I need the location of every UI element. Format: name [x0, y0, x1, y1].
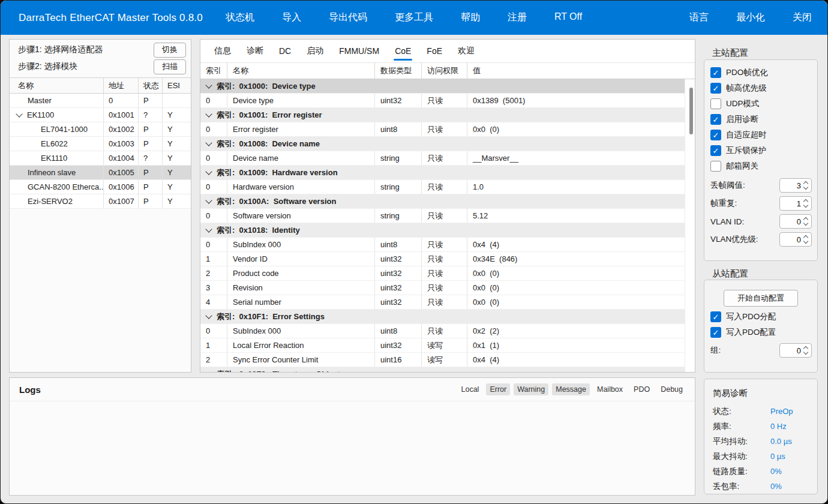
tab-CoE[interactable]: CoE: [387, 40, 419, 62]
tree-row[interactable]: Master0P: [10, 94, 191, 108]
log-filter-Error[interactable]: Error: [486, 383, 510, 395]
coe-row[interactable]: 4Serial numberuint32只读0x0 (0): [200, 295, 685, 310]
spinner-arrows-icon[interactable]: [804, 182, 809, 189]
log-filter-PDO[interactable]: PDO: [630, 383, 653, 395]
tab-欢迎[interactable]: 欢迎: [450, 40, 482, 62]
coe-row[interactable]: 0Hardware versionstring只读1.0: [200, 180, 685, 194]
coe-row[interactable]: 0Device typeuint32只读0x1389 (5001): [200, 94, 685, 108]
chevron-down-icon[interactable]: [205, 312, 212, 319]
master-spin-0-spinner[interactable]: 3: [779, 178, 812, 193]
spinner-down-icon[interactable]: [803, 203, 808, 208]
menu-item-注册[interactable]: 注册: [508, 11, 527, 24]
chevron-down-icon[interactable]: [205, 168, 212, 175]
coe-group-row[interactable]: 索引: 0x1000: Device type: [200, 79, 685, 94]
spinner-down-icon[interactable]: [803, 239, 808, 244]
checkbox-master-帧高优先级[interactable]: ✓帧高优先级: [704, 80, 817, 96]
checkbox-checked-icon[interactable]: ✓: [710, 114, 721, 125]
coe-group-row[interactable]: 索引: 0x10F1: Error Settings: [200, 310, 685, 324]
group-spinner[interactable]: 0: [779, 343, 812, 358]
checkbox-master-互斥锁保护[interactable]: ✓互斥锁保护: [704, 143, 817, 158]
tree-row[interactable]: GCAN-8200 Etherca...0x1006PY: [10, 180, 191, 194]
coe-group-row[interactable]: 索引: 0x1009: Hardware version: [200, 166, 685, 180]
tab-信息[interactable]: 信息: [206, 40, 239, 62]
spinner-arrows-icon[interactable]: [804, 218, 809, 225]
chevron-down-icon[interactable]: [205, 82, 212, 88]
spinner-down-icon[interactable]: [803, 185, 808, 190]
coe-group-row[interactable]: 索引: 0x1008: Device name: [200, 137, 685, 151]
log-filter-Mailbox[interactable]: Mailbox: [593, 383, 626, 395]
checkbox-checked-icon[interactable]: ✓: [710, 130, 721, 140]
tab-启动[interactable]: 启动: [299, 40, 331, 62]
coe-row[interactable]: 2Sync Error Counter Limituint16读写0x4 (4): [200, 353, 685, 367]
tab-诊断[interactable]: 诊断: [239, 40, 271, 62]
coe-row[interactable]: 3Revisionuint32只读0x0 (0): [200, 281, 685, 295]
coe-group-row[interactable]: 索引: 0x1018: Identity: [200, 223, 685, 238]
checkbox-master-邮箱网关[interactable]: 邮箱网关: [704, 158, 817, 174]
master-spin-3-spinner[interactable]: 0: [779, 232, 812, 247]
menu-item-RT Off[interactable]: RT Off: [554, 11, 582, 24]
coe-row[interactable]: 0SubIndex 000uint8只读0x2 (2): [200, 324, 685, 338]
window-control-关闭[interactable]: 关闭: [793, 11, 812, 24]
spinner-down-icon[interactable]: [803, 221, 808, 226]
coe-scrollbar[interactable]: [689, 88, 693, 134]
chevron-down-icon[interactable]: [205, 197, 212, 203]
window-control-语言[interactable]: 语言: [689, 11, 709, 24]
coe-group-row[interactable]: 索引: 0x10F8: Timestamp Object: [200, 367, 685, 373]
chevron-down-icon[interactable]: [205, 370, 212, 373]
checkbox-master-启用诊断[interactable]: ✓启用诊断: [704, 112, 817, 127]
chevron-down-icon[interactable]: [205, 139, 212, 146]
coe-row[interactable]: 1Vendor IDuint32只读0x34E (846): [200, 252, 685, 266]
tree-row[interactable]: Infineon slave0x1005PY: [10, 166, 191, 180]
log-filter-Local[interactable]: Local: [457, 383, 482, 395]
menu-item-导出代码[interactable]: 导出代码: [329, 11, 367, 24]
checkbox-checked-icon[interactable]: ✓: [710, 327, 721, 338]
log-filter-Warning[interactable]: Warning: [514, 383, 548, 395]
menu-item-状态机[interactable]: 状态机: [226, 11, 254, 24]
log-filter-Message[interactable]: Message: [552, 383, 590, 395]
tree-row[interactable]: EL7041-10000x1002PY: [10, 122, 191, 137]
checkbox-checked-icon[interactable]: ✓: [710, 311, 721, 322]
chevron-down-icon[interactable]: [16, 110, 22, 117]
coe-row[interactable]: 0SubIndex 000uint8只读0x4 (4): [200, 238, 685, 252]
switch-adapter-button[interactable]: 切换: [154, 43, 186, 58]
spinner-arrows-icon[interactable]: [804, 236, 809, 243]
checkbox-master-UDP模式[interactable]: UDP模式: [704, 96, 817, 112]
tab-DC[interactable]: DC: [271, 40, 299, 62]
menu-item-更多工具[interactable]: 更多工具: [395, 11, 433, 24]
menu-item-导入[interactable]: 导入: [282, 11, 301, 24]
tree-row[interactable]: EK11000x1001?Y: [10, 108, 191, 122]
checkbox-unchecked-icon[interactable]: [710, 161, 721, 172]
chevron-down-icon[interactable]: [205, 226, 212, 232]
coe-row[interactable]: 0Device namestring只读__Marsver__: [200, 151, 685, 166]
coe-group-row[interactable]: 索引: 0x100A: Software version: [200, 194, 685, 209]
coe-row[interactable]: 2Product codeuint32只读0x0 (0): [200, 266, 685, 281]
coe-row[interactable]: 0Software versionstring只读5.12: [200, 209, 685, 223]
scan-button[interactable]: 扫描: [154, 59, 186, 74]
log-filter-Debug[interactable]: Debug: [657, 383, 686, 395]
master-spin-3-row: VLAN优先级:0: [704, 230, 817, 248]
spinner-arrows-icon[interactable]: [804, 347, 809, 354]
tab-FMMU/SM[interactable]: FMMU/SM: [331, 40, 387, 62]
tab-FoE[interactable]: FoE: [419, 40, 450, 62]
checkbox-master-自适应超时[interactable]: ✓自适应超时: [704, 127, 817, 143]
menu-item-帮助[interactable]: 帮助: [461, 11, 480, 24]
checkbox-unchecked-icon[interactable]: [710, 98, 721, 109]
start-auto-config-button[interactable]: 开始自动配置: [724, 290, 798, 307]
chevron-down-icon[interactable]: [205, 110, 212, 117]
coe-row[interactable]: 1Local Error Reactionuint32读写0x1 (1): [200, 338, 685, 353]
checkbox-checked-icon[interactable]: ✓: [710, 83, 721, 94]
checkbox-slave-写入PDO分配[interactable]: ✓写入PDO分配: [704, 309, 817, 325]
coe-row[interactable]: 0Error registeruint8只读0x0 (0): [200, 122, 685, 137]
spinner-arrows-icon[interactable]: [804, 200, 809, 207]
checkbox-checked-icon[interactable]: ✓: [710, 145, 721, 156]
tree-row[interactable]: Ezi-SERVO20x1007PY: [10, 194, 191, 209]
tree-row[interactable]: EK11100x1004?Y: [10, 151, 191, 166]
window-control-最小化[interactable]: 最小化: [736, 11, 765, 24]
tree-row[interactable]: EL60220x1003PY: [10, 137, 191, 151]
master-spin-1-spinner[interactable]: 1: [779, 196, 812, 211]
checkbox-checked-icon[interactable]: ✓: [710, 67, 721, 78]
checkbox-master-PDO帧优化[interactable]: ✓PDO帧优化: [704, 65, 817, 80]
checkbox-slave-写入PDO配置[interactable]: ✓写入PDO配置: [704, 325, 817, 340]
coe-group-row[interactable]: 索引: 0x1001: Error register: [200, 108, 685, 122]
master-spin-2-spinner[interactable]: 0: [779, 214, 812, 229]
